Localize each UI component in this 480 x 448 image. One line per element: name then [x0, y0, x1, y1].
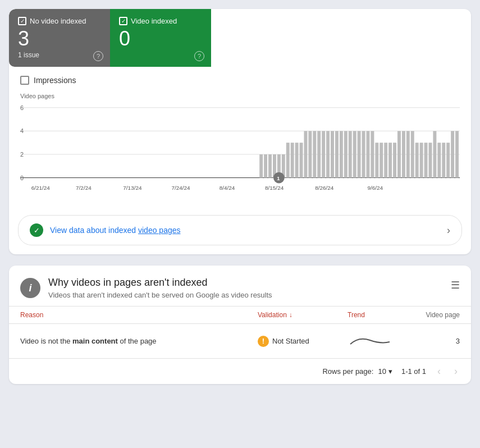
- pagination-rows-per-page: Rows per page: 10 ▾: [322, 367, 392, 376]
- svg-rect-41: [371, 131, 374, 177]
- svg-text:7/24/24: 7/24/24: [172, 185, 191, 191]
- second-card-subtitle: Videos that aren't indexed can't be serv…: [48, 291, 443, 299]
- th-video-page: Video page: [415, 311, 460, 319]
- svg-rect-34: [340, 131, 343, 177]
- no-video-label: No video indexed: [30, 17, 86, 25]
- td-reason: Video is not the main content of the pag…: [20, 337, 258, 345]
- no-video-help-icon[interactable]: ?: [93, 51, 103, 61]
- svg-text:2: 2: [20, 151, 24, 158]
- svg-rect-23: [291, 143, 294, 177]
- table-row: Video is not the main content of the pag…: [9, 324, 471, 359]
- svg-rect-56: [437, 143, 441, 177]
- link-chevron-icon: ›: [447, 225, 450, 236]
- svg-rect-45: [388, 143, 392, 177]
- view-indexed-link[interactable]: ✓ View data about indexed video pages ›: [18, 215, 462, 245]
- svg-rect-38: [358, 131, 361, 177]
- svg-text:1: 1: [277, 175, 280, 181]
- svg-text:8/26/24: 8/26/24: [315, 185, 334, 191]
- svg-rect-31: [326, 131, 330, 177]
- rows-dropdown-icon: ▾: [388, 367, 392, 376]
- no-video-issue: 1 issue: [18, 51, 99, 59]
- rows-per-page-select[interactable]: 10 ▾: [378, 367, 392, 376]
- svg-rect-28: [313, 131, 316, 177]
- svg-rect-54: [428, 143, 432, 177]
- video-indexed-tile-header: Video indexed: [119, 17, 200, 25]
- second-card-header: i Why videos in pages aren't indexed Vid…: [9, 266, 471, 306]
- svg-rect-44: [384, 143, 387, 177]
- svg-rect-16: [259, 154, 263, 178]
- svg-rect-53: [424, 143, 428, 177]
- svg-rect-59: [451, 131, 454, 177]
- svg-rect-30: [322, 131, 325, 177]
- no-video-tile-header: No video indexed: [18, 17, 99, 25]
- svg-rect-43: [380, 143, 383, 177]
- svg-rect-48: [402, 131, 405, 177]
- svg-text:7/13/24: 7/13/24: [123, 185, 142, 191]
- svg-rect-27: [308, 131, 312, 177]
- no-video-tile[interactable]: No video indexed 3 1 issue ?: [9, 9, 110, 67]
- svg-rect-58: [446, 143, 450, 177]
- svg-rect-37: [353, 131, 356, 177]
- video-indexed-checkbox[interactable]: [119, 17, 127, 25]
- info-icon: i: [20, 278, 40, 298]
- svg-rect-17: [264, 154, 267, 178]
- svg-rect-51: [415, 143, 419, 177]
- svg-rect-52: [420, 143, 423, 177]
- video-indexed-help-icon[interactable]: ?: [194, 51, 204, 61]
- svg-text:4: 4: [20, 127, 24, 134]
- th-trend: Trend: [348, 311, 415, 319]
- svg-text:7/2/24: 7/2/24: [76, 185, 92, 191]
- svg-rect-32: [331, 131, 334, 177]
- not-started-label: Not Started: [272, 337, 309, 345]
- second-card-title: Why videos in pages aren't indexed: [48, 277, 443, 289]
- svg-rect-42: [375, 143, 378, 177]
- pagination-range: 1-1 of 1: [401, 367, 426, 376]
- pagination-prev-button[interactable]: ‹: [435, 364, 443, 378]
- svg-rect-49: [406, 131, 410, 177]
- no-video-checkbox[interactable]: [18, 17, 26, 25]
- svg-rect-18: [268, 154, 272, 178]
- no-video-count: 3: [18, 29, 99, 49]
- svg-text:6: 6: [20, 104, 24, 111]
- svg-text:6/21/24: 6/21/24: [31, 185, 51, 191]
- rows-per-page-value: 10: [378, 367, 386, 376]
- impressions-label: Impressions: [34, 76, 76, 85]
- not-started-icon: !: [258, 336, 269, 347]
- chart-svg: 6 4 2 0 6/21/24 7/2/24 7/13/24 7/24/24 8…: [20, 102, 460, 203]
- rows-per-page-label: Rows per page:: [322, 367, 373, 376]
- green-check-icon: ✓: [30, 223, 43, 237]
- svg-text:9/6/24: 9/6/24: [367, 185, 383, 191]
- filter-icon[interactable]: ☰: [451, 279, 460, 291]
- th-reason: Reason: [20, 311, 258, 319]
- svg-rect-40: [366, 131, 369, 177]
- reason-bold: main content: [72, 337, 118, 345]
- svg-rect-57: [442, 143, 445, 177]
- td-trend: [348, 332, 415, 350]
- chart-section: Impressions Video pages 6 4 2 0 6/21/24 …: [9, 67, 471, 208]
- impressions-row: Impressions: [20, 76, 460, 85]
- video-indexed-tile[interactable]: Video indexed 0 ?: [110, 9, 211, 67]
- svg-rect-36: [349, 131, 352, 177]
- td-validation: ! Not Started: [258, 336, 348, 347]
- impressions-checkbox[interactable]: [20, 76, 29, 85]
- svg-rect-29: [317, 131, 321, 177]
- svg-rect-46: [393, 143, 396, 177]
- video-index-card: No video indexed 3 1 issue ? Video index…: [9, 9, 471, 254]
- sort-arrow-icon: ↓: [289, 311, 292, 319]
- trend-chart: [348, 332, 392, 349]
- svg-rect-22: [286, 143, 290, 177]
- svg-rect-50: [411, 131, 414, 177]
- svg-rect-26: [304, 131, 307, 177]
- chart-y-label: Video pages: [20, 93, 460, 99]
- svg-rect-25: [300, 143, 303, 177]
- pagination: Rows per page: 10 ▾ 1-1 of 1 ‹ ›: [9, 359, 471, 384]
- video-indexed-label: Video indexed: [131, 17, 177, 25]
- link-text-underline: video pages: [138, 226, 181, 235]
- svg-text:8/15/24: 8/15/24: [265, 185, 284, 191]
- svg-rect-33: [335, 131, 339, 177]
- pagination-next-button[interactable]: ›: [452, 364, 460, 378]
- chart-container: 6 4 2 0 6/21/24 7/2/24 7/13/24 7/24/24 8…: [20, 102, 460, 203]
- link-text: View data about indexed video pages: [50, 226, 440, 235]
- svg-text:0: 0: [20, 175, 24, 181]
- th-validation[interactable]: Validation ↓: [258, 311, 348, 319]
